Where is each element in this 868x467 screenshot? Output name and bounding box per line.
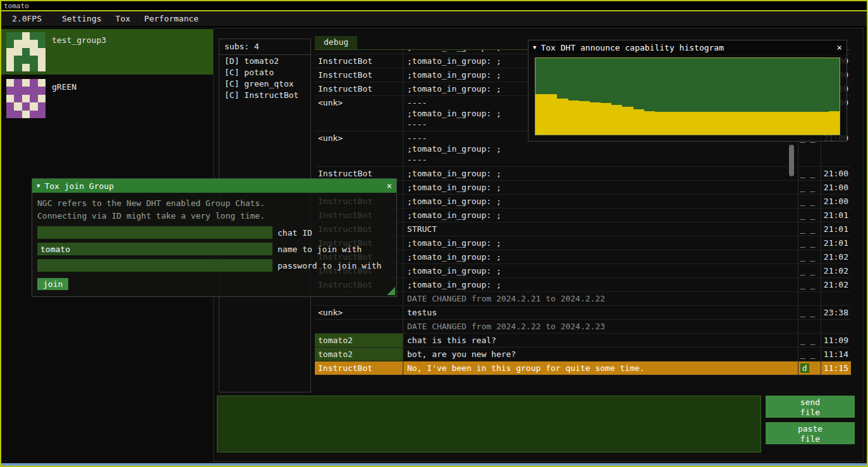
chat-row-timestamp: 21:01 [821,209,851,222]
group-avatar-icon [6,32,46,71]
fps-counter: 2.0FPS [5,13,49,25]
histogram-bar [590,102,601,135]
chat-row-message: ;tomato_in_group: ; [403,209,798,222]
tab-debug[interactable]: debug [315,36,357,49]
file-buttons: send file paste file [766,396,855,449]
group-label: test_group3 [52,32,106,71]
menu-item-performance[interactable]: Performance [137,13,205,25]
chat-row-timestamp: 21:00 [821,167,851,180]
paste-file-button[interactable]: paste file [766,422,855,444]
chat-row-name: tomato2 [315,348,403,361]
chat-scrollbar[interactable] [789,145,794,176]
join-button[interactable]: join [37,278,68,290]
app-window: tomato 2.0FPSSettingsToxPerformance test… [0,0,868,467]
chat-row-timestamp: 11:14 [821,348,851,361]
chat-row-message: ;tomato_in_group: ; [403,250,798,264]
chat-row-flags [798,292,821,305]
chat-row-flags: _ _ [798,167,821,180]
join-group-body: NGC refers to the New DHT enabled Group … [32,193,396,294]
join-password-input[interactable] [37,259,272,272]
join-password-label: password to join with [278,261,381,270]
member-item[interactable]: [C] green_qtox [219,78,310,89]
histogram-titlebar[interactable]: ▼ Tox DHT announce capability histogram … [529,40,847,54]
chat-row-message: ;tomato_in_group: ; [403,236,798,250]
join-name-input[interactable] [37,243,272,255]
chat-message-row[interactable]: <unk>testus_ _23:38 [315,306,851,320]
chat-row-timestamp: 21:01 [821,236,851,250]
chat-row-name: tomato2 [315,334,403,347]
window-title: tomato [4,2,29,10]
message-input[interactable] [217,396,761,452]
chat-row-message: No, I've been in this group for quite so… [403,361,798,375]
histogram-bar [666,112,676,135]
send-file-button[interactable]: send file [766,396,855,418]
chat-row-name: InstructBot [315,82,403,95]
chat-row-flags: _ _ [798,195,821,208]
histogram-bar [720,112,731,135]
histogram-bar [709,112,720,135]
member-item[interactable]: [C] InstructBot [219,89,310,100]
chat-message-row[interactable]: InstructBotNo, I've been in this group f… [315,361,851,375]
histogram-bar [796,112,807,135]
chat-id-label: chat ID [278,228,312,238]
histogram-bar [807,112,817,135]
chat-message-row[interactable]: tomato2bot, are you new here?_ _11:14 [315,348,851,361]
histogram-bar [535,94,546,135]
histogram-bar [774,112,785,135]
histogram-bar [676,112,687,135]
delivered-flag: d [800,363,809,373]
os-titlebar: tomato [1,1,867,11]
chat-row-message: STRUCT [403,222,798,236]
histogram-bar [611,105,622,135]
chat-row-flags: d [798,361,821,375]
group-label: gREEN [52,79,76,118]
chat-row-message: ;tomato_in_group: ; [403,181,798,194]
menubar: 2.0FPSSettingsToxPerformance [1,11,867,27]
chat-row-flags: _ _ [798,222,821,236]
chat-row-name: InstructBot [315,68,403,82]
histogram-bar [764,112,774,135]
sidebar-item-test_group3[interactable]: test_group3 [1,29,213,75]
histogram-bar [644,111,655,135]
chat-row-timestamp [821,320,851,333]
chat-row-message: bot, are you new here? [403,348,798,361]
window-bottom-edge [1,463,867,466]
histogram-bar [752,112,763,135]
chat-row-name: <unk> [315,306,403,319]
members-header: subs: 4 [219,39,310,55]
join-group-window-title: Tox join Group [44,181,114,191]
histogram-bar [579,101,590,135]
member-item[interactable]: [D] tomato2 [219,55,310,66]
chat-row-name [315,320,403,333]
resize-grip[interactable] [387,287,395,295]
member-item[interactable]: [C] potato [219,66,310,78]
join-group-titlebar[interactable]: ▼ Tox join Group × [32,179,396,193]
chat-system-row[interactable]: DATE CHANGED from 2024.2.22 to 2024.2.23 [315,320,851,334]
collapse-arrow-icon[interactable]: ▼ [533,44,536,51]
menu-item-tox[interactable]: Tox [109,13,137,25]
chat-row-message: ;tomato_in_group: ; [403,264,798,277]
chat-row-timestamp: 21:00 [821,195,851,208]
chat-row-timestamp: 21:01 [821,222,851,236]
chat-message-row[interactable]: tomato2chat is this real?_ _11:09 [315,334,851,348]
chat-row-flags: _ _ [798,250,821,264]
close-icon[interactable]: × [837,42,842,52]
histogram-plot[interactable] [535,58,840,135]
close-icon[interactable]: × [387,181,392,191]
join-group-description-line2: Connecting via ID might take a very long… [37,210,391,222]
chat-row-timestamp: 11:15 [821,361,851,375]
histogram-bar [785,112,796,135]
chat-row-name: InstructBot [315,54,403,68]
chat-row-timestamp: 21:02 [821,264,851,277]
dht-histogram-window: ▼ Tox DHT announce capability histogram … [528,40,847,142]
collapse-arrow-icon[interactable]: ▼ [37,183,40,189]
sidebar-item-green[interactable]: gREEN [1,76,213,121]
histogram-bar [687,112,698,135]
chat-row-timestamp: 21:02 [821,250,851,264]
chat-row-message: DATE CHANGED from 2024.2.22 to 2024.2.23 [403,320,798,333]
histogram-bar [731,112,742,135]
chat-row-flags: _ _ [798,181,821,194]
menu-item-settings[interactable]: Settings [55,13,109,25]
chat-id-input[interactable] [37,226,272,239]
chat-row-message: ;tomato_in_group: ; [403,195,798,208]
